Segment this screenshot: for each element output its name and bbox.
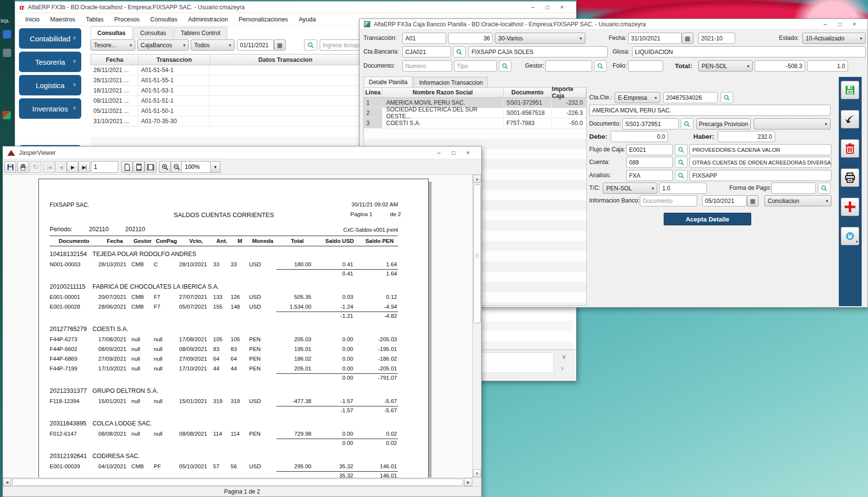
gestor-search-button[interactable] — [594, 60, 607, 72]
menu-item[interactable]: Ayuda — [293, 13, 321, 25]
menu-item[interactable]: Personalizaciones — [233, 13, 293, 25]
table-row[interactable]: 31/10/2021 ... A01-70-35-30 — [90, 116, 361, 127]
main-tab[interactable]: Consultas — [90, 26, 132, 39]
menu-item[interactable]: Maestros — [45, 13, 80, 25]
analisis-search-button[interactable] — [675, 170, 687, 181]
scroll-down-icon[interactable]: ▼ — [473, 469, 481, 478]
jasper-zoom-out-button[interactable] — [171, 161, 182, 173]
main-titlebar[interactable]: α AlfaERP FX3b - BD:Oracle-localhost - E… — [15, 1, 576, 13]
cta-bancaria-input[interactable]: CJA021 — [402, 46, 451, 57]
jasper-first-page-button[interactable]: |◀ — [43, 161, 55, 173]
acepta-detalle-button[interactable]: Acepta Detalle — [664, 213, 751, 225]
jasper-fit-width-button[interactable] — [145, 161, 156, 173]
scroll-right-icon[interactable]: ▶ — [464, 478, 472, 486]
jasper-prev-page-button[interactable]: ◀ — [55, 161, 67, 173]
jasper-reload-button[interactable]: ↻ — [30, 161, 41, 173]
caja-titlebar[interactable]: AlfaERP FX3a Caja Bancos Planilla - BD:O… — [360, 19, 868, 30]
scroll-up-icon[interactable]: ▲ — [473, 175, 481, 183]
info-banco-fecha-input[interactable]: 05/10/2021 — [702, 195, 747, 206]
jasper-next-page-button[interactable]: ▶ — [67, 161, 78, 173]
analisis-cod-input[interactable]: FXA — [626, 170, 673, 181]
jasper-vertical-scrollbar[interactable]: ▲ ▼ — [472, 175, 481, 478]
sidebar-module-button[interactable]: Tesoreria ∨ — [19, 52, 81, 72]
chevron-down-icon[interactable]: ∨ — [561, 353, 566, 360]
desktop-icon[interactable] — [3, 30, 11, 38]
cta-cte-search-button[interactable] — [721, 92, 733, 103]
documento-search-button[interactable] — [499, 60, 511, 72]
calendar-icon[interactable]: ▦ — [747, 195, 759, 206]
menu-item[interactable]: Administracion — [182, 13, 233, 25]
jasper-last-page-button[interactable]: ▶| — [78, 161, 90, 173]
cuenta-search-button[interactable] — [675, 157, 687, 168]
horizontal-scroll-thumb[interactable] — [12, 479, 463, 486]
jasper-titlebar[interactable]: JasperViewer – □ × — [3, 147, 481, 159]
detalle-row[interactable]: 3 COESTI S.A. F75T-7883 -50.0 — [364, 118, 586, 129]
provision-dropdown[interactable]: ▾ — [754, 118, 831, 129]
minimize-icon[interactable]: – — [432, 147, 446, 159]
info-banco-doc-input[interactable]: Documento — [640, 195, 697, 206]
jasper-zoom-in-button[interactable] — [159, 161, 171, 173]
table-row[interactable]: 08/11/2021 ... A01-51-51-1 — [90, 96, 361, 106]
conciliacion-dropdown[interactable]: Conciliacion ▾ — [764, 195, 832, 206]
cta-cte-ruc-input[interactable]: 20467534026 — [663, 92, 718, 103]
sidebar-module-button[interactable]: Logistica ∨ — [19, 75, 81, 95]
precarga-provision-button[interactable]: Precarga Provision — [696, 118, 751, 129]
transaccion-serie-input[interactable]: A01 — [402, 33, 446, 44]
expand-right-icon[interactable]: › — [561, 364, 563, 372]
forma-pago-input[interactable] — [771, 183, 816, 194]
save-button[interactable] — [841, 81, 859, 99]
folio-input[interactable] — [628, 60, 663, 72]
jasper-zoom-combo[interactable]: 100% ▾ — [181, 161, 220, 173]
flujo-search-button[interactable] — [675, 144, 687, 155]
sidebar-module-button[interactable]: Inventarios ∨ — [19, 98, 81, 119]
total-input[interactable]: -508.3 — [755, 60, 805, 72]
minimize-icon[interactable]: – — [525, 1, 540, 13]
desktop-icon[interactable] — [2, 111, 11, 119]
detalle-row[interactable]: 2 SOCIEDAD ELECTRICA DEL SUR OESTE... S0… — [364, 108, 586, 118]
caja-tab[interactable]: Detalle Planilla — [363, 76, 413, 88]
jasper-page-number-input[interactable]: 1 — [91, 161, 118, 173]
cta-bancaria-search-button[interactable] — [453, 46, 466, 57]
caja-tab[interactable]: Informacion Transaccion — [414, 77, 488, 88]
minimize-icon[interactable]: – — [818, 19, 832, 29]
transaccion-numero-input[interactable]: 36 — [448, 33, 493, 44]
cuenta-desc-input[interactable]: OTRAS CUENTAS DE ORDEN ACREEDORAS DIVERS… — [689, 157, 832, 168]
add-button[interactable] — [841, 198, 859, 216]
sidebar-module-button[interactable]: Contabilidad ∨ — [19, 28, 81, 49]
table-row[interactable]: 05/11/2021 ... A01-51-50-1 — [90, 106, 361, 116]
table-row[interactable]: 26/11/2021 ... A01-51-54-1 — [90, 65, 361, 75]
menu-item[interactable]: Inicio — [20, 13, 45, 25]
total-tc-input[interactable]: 1.0 — [807, 60, 848, 72]
col-transaccion[interactable]: Transaccion — [139, 55, 210, 65]
col-linea[interactable]: Linea — [364, 88, 382, 97]
main-tab[interactable]: Tablero Control — [174, 27, 227, 39]
filter-modulo-dropdown[interactable]: Tesore... ▾ — [90, 39, 135, 51]
cta-bancaria-nombre-input[interactable]: FIXSAPP CAJA SOLES — [469, 46, 608, 57]
menu-item[interactable]: Consultas — [145, 13, 183, 25]
save-options-button[interactable]: ▾ — [841, 227, 859, 245]
jasper-save-button[interactable] — [4, 161, 16, 173]
maximize-icon[interactable]: □ — [832, 19, 847, 29]
glosa-input[interactable]: LIQUIDACION — [632, 46, 866, 57]
analisis-desc-input[interactable]: FIXSAPP — [689, 170, 832, 181]
calendar-icon[interactable]: ▦ — [274, 39, 286, 51]
documento-tipo-input[interactable]: Tipo — [454, 60, 497, 72]
table-row[interactable]: 16/11/2021 ... A01-51-53-1 — [90, 86, 361, 96]
flujo-cod-input[interactable]: E0021 — [626, 144, 673, 155]
tc-input[interactable]: 1.0 — [659, 183, 707, 194]
filter-tipo-dropdown[interactable]: CajaBancos ▾ — [137, 39, 189, 51]
cuenta-cod-input[interactable]: 089 — [626, 157, 673, 168]
maximize-icon[interactable]: □ — [540, 1, 555, 13]
jasper-fit-page-button[interactable] — [133, 161, 145, 173]
delete-button[interactable] — [841, 139, 859, 158]
desktop-icon[interactable] — [3, 49, 11, 57]
scroll-left-icon[interactable]: ◀ — [3, 478, 11, 486]
vertical-scroll-thumb[interactable] — [473, 184, 481, 323]
documento-det-input[interactable]: SS01-372951 — [622, 118, 679, 129]
cta-cte-nombre-input[interactable]: AMERICA MOVIL PERU SAC. — [589, 105, 831, 116]
forma-pago-search-button[interactable] — [818, 183, 831, 194]
transaccion-tipo-dropdown[interactable]: 30-Varios ▾ — [495, 33, 585, 44]
close-icon[interactable]: × — [555, 1, 569, 13]
menu-item[interactable]: Procesos — [109, 13, 145, 25]
jasper-actual-size-button[interactable] — [121, 161, 133, 173]
